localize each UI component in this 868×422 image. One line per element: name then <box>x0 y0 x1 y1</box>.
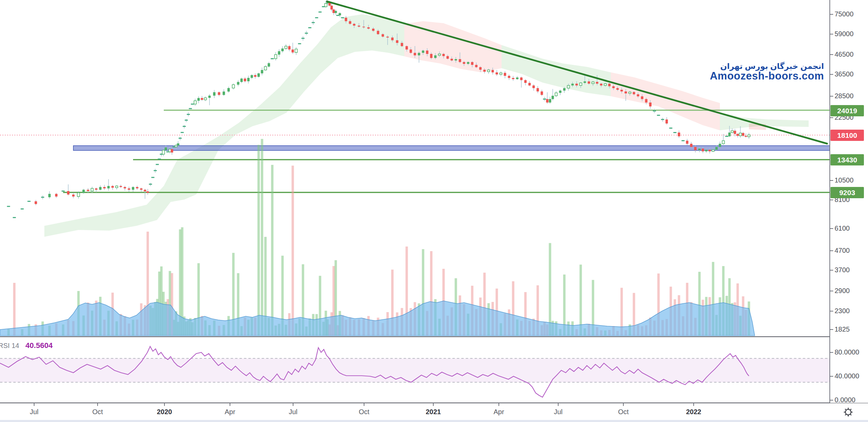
tradingview-chart-window: انجمن خبرگان بورس تهران Amoozesh-boors.c… <box>0 0 868 422</box>
price-axis[interactable]: 7500059000465003650028500225001050081006… <box>830 0 868 403</box>
price-tick-label: 59000 <box>835 30 854 38</box>
gear-icon <box>842 406 854 418</box>
price-tick-label: 75000 <box>835 10 854 18</box>
price-level-tag: 9203 <box>830 187 864 198</box>
price-tick <box>830 311 833 311</box>
time-axis-label: 2022 <box>686 408 701 416</box>
price-level-tag: 24019 <box>830 105 864 116</box>
price-tick-label: 36500 <box>835 70 854 78</box>
time-axis-label: Apr <box>225 408 235 416</box>
price-level-tag: 13430 <box>830 154 864 165</box>
pane-separator[interactable] <box>0 336 868 337</box>
time-tick <box>164 403 165 406</box>
price-tick-label: 2900 <box>835 287 850 295</box>
price-tick <box>830 250 833 251</box>
time-tick <box>498 403 499 406</box>
rsi-indicator-title: RSI 14 <box>0 342 19 349</box>
price-tick <box>830 180 833 181</box>
rsi-tick-label: 0.0000 <box>835 396 855 404</box>
time-tick <box>230 403 230 406</box>
window-bottom-strip <box>0 420 868 422</box>
price-tick <box>830 117 833 118</box>
rsi-indicator-value: 40.5604 <box>26 341 53 350</box>
price-tick <box>830 96 833 97</box>
price-tick-label: 46500 <box>835 50 854 58</box>
price-tick-label: 1825 <box>835 325 850 333</box>
rsi-tick-label: 40.0000 <box>835 372 859 380</box>
rsi-tick <box>830 376 833 377</box>
rsi-indicator-legend[interactable]: RSI 14 40.5604 <box>0 341 53 350</box>
price-level-tag: 18100 <box>830 130 864 141</box>
price-tick <box>830 291 833 291</box>
chart-settings-button[interactable] <box>841 406 855 418</box>
price-tick <box>830 329 833 330</box>
price-tick <box>830 54 833 55</box>
price-tick <box>830 200 833 200</box>
time-tick <box>364 403 364 406</box>
time-axis-label: 2021 <box>426 408 441 416</box>
price-tick <box>830 34 833 34</box>
time-tick <box>433 403 434 406</box>
time-axis-label: Jul <box>289 408 298 416</box>
rsi-tick <box>830 352 833 353</box>
time-tick <box>293 403 293 406</box>
rsi-tick <box>830 400 833 401</box>
price-tick-label: 3700 <box>835 266 850 274</box>
price-tick-label: 28500 <box>835 92 854 100</box>
time-axis-label: Oct <box>618 408 628 416</box>
time-tick <box>97 403 98 406</box>
time-axis-label: Oct <box>92 408 103 416</box>
watermark-farsi-text: انجمن خبرگان بورس تهران <box>710 62 824 71</box>
price-tick <box>830 14 833 15</box>
time-tick <box>693 403 694 406</box>
time-axis-label: Oct <box>359 408 369 416</box>
time-axis[interactable]: JulOct2020AprJulOct2021AprJulOct2022 <box>0 403 868 420</box>
time-axis-label: Jul <box>30 408 39 416</box>
price-tick-label: 4700 <box>835 247 850 254</box>
price-tick <box>830 270 833 271</box>
time-tick <box>34 403 34 406</box>
watermark-site-text: Amoozesh-boors.com <box>710 71 824 82</box>
watermark: انجمن خبرگان بورس تهران Amoozesh-boors.c… <box>710 62 824 82</box>
price-tick-label: 2300 <box>835 307 850 315</box>
rsi-tick-label: 80.0000 <box>835 348 859 356</box>
time-tick <box>623 403 624 406</box>
time-axis-label: Jul <box>554 408 563 416</box>
time-tick <box>558 403 559 406</box>
price-tick <box>830 228 833 229</box>
time-axis-label: 2020 <box>157 408 172 416</box>
time-axis-label: Apr <box>493 408 504 416</box>
price-tick-label: 10500 <box>835 176 854 184</box>
price-tick-label: 6100 <box>835 224 850 232</box>
price-tick <box>830 74 833 75</box>
